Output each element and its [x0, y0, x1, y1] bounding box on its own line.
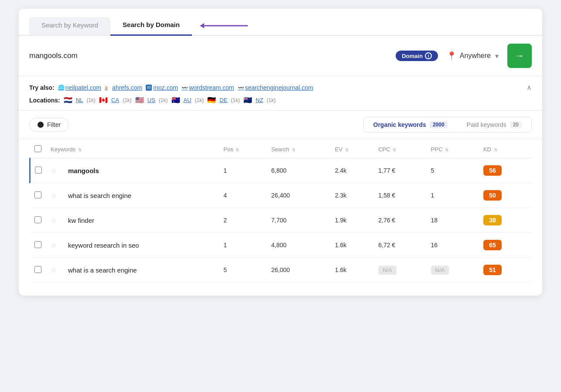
filter-toggle[interactable]: Filter	[29, 118, 69, 132]
tab-domain[interactable]: Search by Domain	[110, 17, 192, 36]
location-nz[interactable]: NZ	[256, 97, 263, 103]
location-au[interactable]: AU	[184, 97, 192, 103]
cpc-cell: N/A	[374, 258, 426, 283]
keywords-sort-icon[interactable]: ⇅	[78, 147, 82, 152]
cpc-sort-icon[interactable]: ⇅	[393, 147, 396, 152]
keyword-cell: what is a search engine	[64, 258, 219, 283]
ppc-cell: 18	[427, 208, 479, 233]
tab-paid-keywords[interactable]: Paid keywords 20	[457, 117, 531, 132]
th-keywords: Keywords ⇅	[46, 139, 219, 158]
star-icon[interactable]: ☆	[51, 266, 57, 274]
pos-cell: 4	[219, 183, 267, 208]
na-badge: N/A	[378, 266, 397, 275]
kd-badge: 50	[483, 190, 502, 201]
search-go-button[interactable]: →	[507, 44, 532, 68]
kd-sort-icon[interactable]: ⇅	[494, 147, 497, 152]
tab-keyword[interactable]: Search by Keyword	[29, 17, 110, 35]
de-flag: 🇩🇪	[207, 96, 216, 104]
moz-favicon: m	[146, 85, 152, 91]
search-sort-icon[interactable]: ⇅	[292, 147, 295, 152]
star-icon[interactable]: ☆	[51, 192, 57, 199]
ev-cell: 1.6k	[331, 258, 374, 283]
table-row: ☆mangools16,8002.4k1,77 €556	[30, 158, 532, 183]
table-wrap: Keywords ⇅ Pos ⇅ Search ⇅ EV ⇅	[19, 139, 542, 283]
star-icon[interactable]: ☆	[51, 217, 57, 224]
row-checkbox[interactable]	[34, 266, 41, 273]
th-cpc: CPC ⇅	[374, 139, 426, 158]
organic-count-badge: 2000	[430, 121, 448, 128]
kd-cell: 38	[479, 208, 532, 233]
search-bar: mangools.com Domain i 📍 Anywhere ▾ →	[19, 36, 542, 76]
try-also-moz[interactable]: m moz.com	[146, 84, 178, 91]
ev-cell: 2.3k	[331, 183, 374, 208]
ppc-cell: 16	[427, 233, 479, 258]
row-star-cell: ☆	[46, 208, 64, 233]
location-selector[interactable]: 📍 Anywhere ▾	[443, 51, 502, 61]
cpc-cell: 6,72 €	[374, 233, 426, 258]
table-row: ☆kw finder27,7001.9k2,76 €1838	[30, 208, 532, 233]
keyword-cell: kw finder	[64, 208, 219, 233]
try-also-sej[interactable]: 〰️ searchenginejournal.com	[238, 84, 313, 91]
row-star-cell: ☆	[46, 233, 64, 258]
th-kd: KD ⇅	[479, 139, 532, 158]
keyword-cell: what is search engine	[64, 183, 219, 208]
try-also-label: Try also:	[29, 84, 55, 91]
collapse-button[interactable]: ∧	[527, 83, 532, 92]
tab-organic-keywords[interactable]: Organic keywords 2000	[364, 117, 457, 132]
wordstream-favicon: 〰️	[181, 85, 188, 91]
cpc-cell: 1,77 €	[374, 158, 426, 183]
sej-favicon: 〰️	[238, 85, 244, 91]
domain-badge[interactable]: Domain i	[396, 51, 438, 61]
star-icon[interactable]: ☆	[51, 242, 57, 249]
star-icon[interactable]: ☆	[51, 167, 57, 174]
locations-label: Locations:	[29, 97, 60, 104]
try-also-neilpatel[interactable]: 🌐 neilpatel.com	[58, 84, 102, 91]
kd-badge: 51	[483, 265, 502, 275]
tab-bar: Search by Keyword Search by Domain	[19, 9, 542, 36]
pos-sort-icon[interactable]: ⇅	[236, 147, 239, 152]
location-nl[interactable]: NL	[76, 97, 83, 103]
location-ca[interactable]: CA	[111, 97, 119, 103]
row-checkbox[interactable]	[35, 167, 42, 174]
kd-badge: 56	[483, 165, 502, 176]
search-cell: 4,800	[267, 233, 331, 258]
row-star-cell: ☆	[46, 158, 64, 183]
kd-cell: 56	[479, 158, 532, 183]
kd-cell: 50	[479, 183, 532, 208]
pos-cell: 2	[219, 208, 267, 233]
ev-cell: 1.6k	[331, 233, 374, 258]
row-checkbox-cell	[30, 258, 47, 283]
search-cell: 26,400	[267, 183, 331, 208]
row-checkbox-cell	[30, 158, 47, 183]
keywords-table: Keywords ⇅ Pos ⇅ Search ⇅ EV ⇅	[29, 139, 532, 283]
row-checkbox[interactable]	[34, 241, 41, 248]
try-also-ahrefs[interactable]: a ahrefs.com	[105, 84, 142, 91]
ev-cell: 1.9k	[331, 208, 374, 233]
th-ev: EV ⇅	[331, 139, 374, 158]
info-icon: i	[425, 52, 432, 59]
location-de[interactable]: DE	[219, 97, 227, 103]
toggle-dot-icon	[38, 122, 44, 128]
locations-row: Locations: 🇳🇱 NL (1k) 🇨🇦 CA (1k) 🇺🇸 US (…	[29, 96, 532, 104]
kd-cell: 51	[479, 258, 532, 283]
ppc-sort-icon[interactable]: ⇅	[445, 147, 448, 152]
keyword-cell: mangools	[64, 158, 219, 183]
paid-count-badge: 20	[510, 121, 522, 128]
neilpatel-favicon: 🌐	[58, 85, 64, 91]
pos-cell: 1	[219, 233, 267, 258]
location-us[interactable]: US	[147, 97, 155, 103]
row-checkbox[interactable]	[34, 216, 41, 223]
th-checkbox	[30, 139, 47, 158]
domain-search-input[interactable]: mangools.com	[29, 51, 390, 60]
try-also-wordstream[interactable]: 〰️ wordstream.com	[181, 84, 234, 91]
table-row: ☆what is search engine426,4002.3k1,58 €1…	[30, 183, 532, 208]
row-star-cell: ☆	[46, 183, 64, 208]
select-all-checkbox[interactable]	[34, 145, 41, 152]
arrow-indicator	[200, 21, 252, 31]
pos-cell: 5	[219, 258, 267, 283]
table-row: ☆what is a search engine526,0001.6kN/AN/…	[30, 258, 532, 283]
row-checkbox[interactable]	[34, 191, 41, 198]
cpc-cell: 2,76 €	[374, 208, 426, 233]
main-card: Search by Keyword Search by Domain mango…	[19, 9, 542, 296]
ev-sort-icon[interactable]: ⇅	[345, 147, 349, 152]
